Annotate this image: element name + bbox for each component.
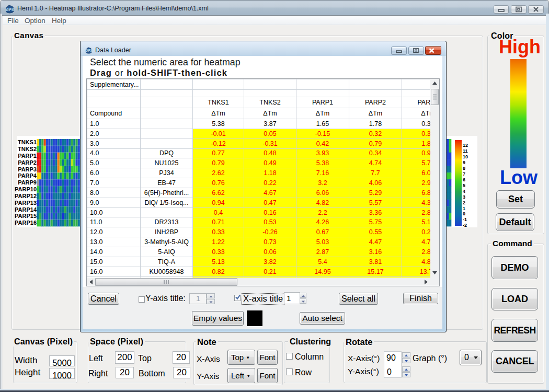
svg-text:PARP10: PARP10 — [15, 186, 37, 192]
svg-text:PARP13: PARP13 — [15, 200, 37, 206]
svg-text:12: 12 — [463, 143, 468, 148]
svg-text:PARP14: PARP14 — [15, 206, 37, 213]
svg-text:PARP4: PARP4 — [18, 172, 37, 179]
svg-text:PARP12: PARP12 — [15, 193, 37, 199]
svg-text:10: 10 — [463, 154, 468, 159]
svg-text:11: 11 — [463, 148, 468, 154]
svg-text:TNKS2: TNKS2 — [18, 146, 37, 152]
svg-text:-1: -1 — [463, 217, 467, 222]
svg-text:6: 6 — [463, 177, 465, 182]
svg-text:TNKS1: TNKS1 — [18, 139, 37, 145]
svg-text:8: 8 — [463, 166, 465, 171]
svg-text:PARP1: PARP1 — [18, 153, 37, 159]
svg-text:PARP15: PARP15 — [15, 213, 37, 219]
svg-text:1: 1 — [463, 206, 465, 211]
svg-text:-2: -2 — [463, 223, 467, 228]
svg-text:PARP2: PARP2 — [18, 159, 37, 166]
svg-text:7: 7 — [463, 171, 465, 177]
svg-text:3: 3 — [463, 194, 465, 200]
svg-text:9: 9 — [463, 160, 465, 165]
svg-text:PARP9: PARP9 — [18, 179, 37, 186]
svg-text:5: 5 — [463, 183, 465, 188]
svg-text:4: 4 — [463, 189, 465, 194]
svg-text:2: 2 — [463, 200, 465, 205]
svg-text:PARP3: PARP3 — [18, 166, 37, 172]
svg-text:GPS: GPS — [85, 49, 93, 52]
svg-text:0: 0 — [463, 211, 465, 216]
svg-text:PARP16: PARP16 — [15, 220, 37, 226]
